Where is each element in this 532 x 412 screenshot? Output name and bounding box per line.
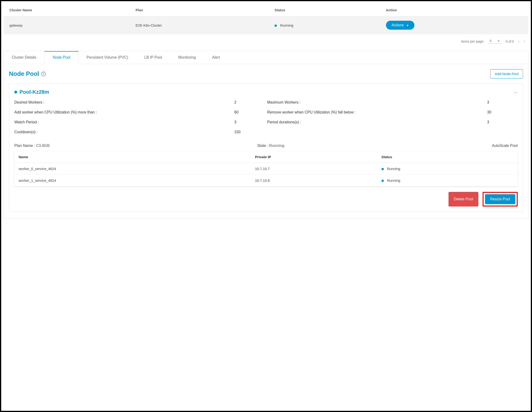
cluster-status-value: Running <box>269 17 380 34</box>
table-row: worker_1_service_4624 10.7.10.8 Running <box>14 175 518 186</box>
help-icon[interactable]: ? <box>41 72 46 76</box>
watch-period-label: Watch Period : <box>14 120 232 124</box>
chevron-up-icon[interactable]: ︿ <box>514 90 518 95</box>
cluster-status-text: Running <box>280 23 293 27</box>
section-title: Node Pool ? <box>9 70 46 78</box>
actions-button-label: Actions <box>392 23 404 27</box>
remove-cpu-label: Remove worker when CPU Utilization (%) f… <box>267 110 485 114</box>
worker-name: worker_1_service_4624 <box>14 175 251 186</box>
pool-state: State : Running <box>257 144 285 148</box>
period-duration-label: Period durations(s) : <box>267 120 485 124</box>
worker-ip: 10.7.10.7 <box>251 163 377 175</box>
cluster-name-value: gateway <box>4 17 130 34</box>
add-node-pool-button[interactable]: Add Node Pool <box>490 69 523 78</box>
tab-lb-ip-pool[interactable]: LB IP Pool <box>136 51 170 64</box>
worker-name: worker_0_service_4624 <box>14 163 251 175</box>
pagination-range: 0 of 0 <box>506 39 514 43</box>
worker-status-text: Running <box>387 178 400 182</box>
workers-table: Name Private IP Status worker_0_service_… <box>14 151 518 186</box>
pool-state-value: Running <box>269 144 284 148</box>
desired-workers-label: Desired Workers : <box>14 100 232 105</box>
pool-name-text: Pool-Kz28m <box>19 89 49 95</box>
pool-card: Pool-Kz28m ︿ Desired Workers : 2 Maximum… <box>9 84 523 212</box>
resize-highlight-box: Resize Pool <box>483 192 518 206</box>
pool-name[interactable]: Pool-Kz28m <box>14 89 49 95</box>
remove-cpu-value: 30 <box>487 110 518 114</box>
worker-status: Running <box>377 163 518 175</box>
desired-workers-value: 2 <box>234 100 265 105</box>
tab-node-pool[interactable]: Node Pool <box>44 51 78 64</box>
section-title-text: Node Pool <box>9 70 39 78</box>
pool-meta: Plan Name : C3.8GB State : Running AutoS… <box>14 144 518 148</box>
add-cpu-label: Add worker when CPU Utilization (%) more… <box>14 110 232 114</box>
status-dot-icon <box>14 91 17 93</box>
delete-pool-button[interactable]: Delete Pool <box>448 192 478 206</box>
worker-ip: 10.7.10.8 <box>251 175 377 186</box>
tab-pvc[interactable]: Persistent Volume (PVC) <box>78 51 136 64</box>
chevron-right-icon[interactable]: › <box>524 39 525 44</box>
cluster-plan-value: E2E-K8s-Cluster <box>130 17 269 34</box>
cluster-row: gateway E2E-K8s-Cluster Running Actions … <box>4 17 529 34</box>
worker-status: Running <box>377 175 518 186</box>
chevron-left-icon[interactable]: ‹ <box>518 39 520 44</box>
tab-monitoring[interactable]: Monitoring <box>170 51 204 64</box>
cluster-summary-table: Cluster Name Plan Status Action gateway … <box>3 3 529 34</box>
tab-cluster-details[interactable]: Cluster Details <box>4 51 44 64</box>
node-pool-section: Node Pool ? Add Node Pool Pool-Kz28m ︿ D… <box>3 64 529 219</box>
col-status: Status <box>269 4 380 17</box>
pool-config-grid: Desired Workers : 2 Maximum Workers : 3 … <box>14 100 518 134</box>
watch-period-value: 3 <box>234 120 265 124</box>
items-per-page-value: 5 <box>490 39 492 43</box>
autoscale-label: AutoScale Pool <box>492 144 518 148</box>
col-action: Action <box>380 4 529 17</box>
tabs: Cluster Details Node Pool Persistent Vol… <box>3 51 529 64</box>
pool-actions: Delete Pool Resize Pool <box>14 191 518 212</box>
col-worker-name: Name <box>14 151 251 163</box>
actions-button[interactable]: Actions ▼ <box>386 21 415 30</box>
pool-state-label: State : <box>257 144 269 148</box>
caret-down-icon: ▼ <box>406 24 409 27</box>
cooldown-value: 150 <box>234 130 265 134</box>
status-dot-icon <box>275 24 277 27</box>
table-row: worker_0_service_4624 10.7.10.7 Running <box>14 163 518 175</box>
col-cluster-name: Cluster Name <box>4 4 130 17</box>
cooldown-label: Cooldown(s) : <box>14 130 232 134</box>
status-dot-icon <box>381 180 384 182</box>
col-worker-ip: Private IP <box>251 151 377 163</box>
col-worker-status: Status <box>377 151 518 163</box>
period-duration-value: 3 <box>487 120 518 124</box>
tab-alert[interactable]: Alert <box>204 51 228 64</box>
status-dot-icon <box>381 168 384 170</box>
items-per-page-label: Items per page: <box>461 39 484 43</box>
max-workers-value: 3 <box>487 100 518 105</box>
plan-name: Plan Name : C3.8GB <box>14 144 50 148</box>
worker-status-text: Running <box>387 167 400 171</box>
max-workers-label: Maximum Workers : <box>267 100 485 105</box>
col-plan: Plan <box>130 4 269 17</box>
pagination: Items per page: 5 ▼ 0 of 0 ‹ › <box>3 34 529 49</box>
plan-name-label: Plan Name : <box>14 144 36 148</box>
caret-down-icon: ▼ <box>497 39 500 42</box>
add-cpu-value: 60 <box>234 110 265 114</box>
resize-pool-button[interactable]: Resize Pool <box>485 194 515 204</box>
items-per-page-select[interactable]: 5 ▼ <box>488 39 501 44</box>
plan-name-value: C3.8GB <box>36 144 50 148</box>
